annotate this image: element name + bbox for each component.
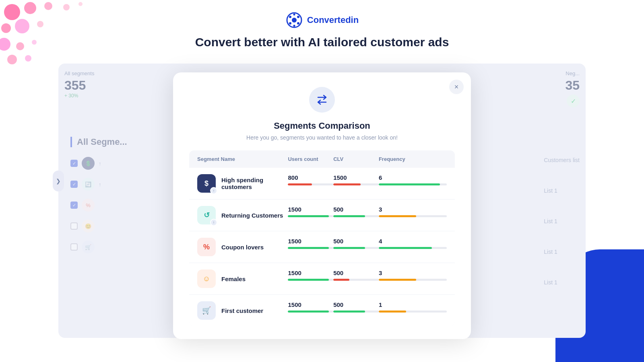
clv-value: 500 — [333, 206, 379, 213]
bg-right-lists: Customers list List 1 List 1 List 1 List… — [544, 157, 580, 286]
users-count-value: 800 — [288, 174, 333, 181]
users-count-cell: 1500 — [288, 301, 333, 313]
users-count-cell: 1500 — [288, 206, 333, 217]
modal-subtitle: Here you go, segments you wanted to have… — [189, 134, 455, 141]
bg-sidebar-item-3: ✓ % — [70, 199, 101, 212]
clv-progress-track — [333, 247, 379, 249]
bg-checkbox-3: ✓ — [70, 202, 78, 209]
svg-point-16 — [297, 16, 299, 18]
frequency-progress-track — [379, 215, 447, 217]
users-progress-fill — [288, 311, 328, 313]
svg-point-20 — [293, 25, 295, 27]
users-count-value: 1500 — [288, 269, 333, 276]
bg-customers-list: Customers list — [544, 157, 580, 163]
bg-icon-1: 💲 — [82, 157, 95, 170]
logo-area: Convertedin — [285, 11, 359, 29]
clv-progress-fill — [333, 311, 365, 313]
frequency-cell: 4 — [379, 238, 447, 249]
frequency-cell: 3 — [379, 206, 447, 217]
users-count-value: 1500 — [288, 301, 333, 308]
frequency-value: 3 — [379, 206, 447, 213]
bg-sidebar-item-1: ✓ 💲 ↑ — [70, 157, 101, 170]
logo-icon — [285, 11, 303, 29]
segments-table: Segment Name Users count CLV Frequency $… — [189, 150, 455, 326]
bg-negative-count: 35 — [565, 78, 580, 93]
table-row: 🛒 First customer 1500 500 1 — [189, 295, 455, 326]
frequency-progress-fill — [379, 215, 416, 217]
users-progress-track — [288, 215, 333, 217]
frequency-progress-fill — [379, 183, 440, 185]
frequency-cell: 6 — [379, 174, 447, 185]
users-progress-fill — [288, 183, 312, 185]
bg-checkbox-2: ✓ — [70, 181, 78, 188]
users-progress-fill — [288, 279, 328, 281]
bg-sidebar-item-4: 😊 — [70, 220, 101, 232]
clv-progress-track — [333, 279, 379, 281]
users-count-cell: 1500 — [288, 238, 333, 249]
col-header-frequency: Frequency — [379, 156, 447, 162]
collapse-sidebar-arrow[interactable]: ❯ — [53, 171, 64, 191]
bg-content-right: Neg... 35 ✓ — [565, 70, 580, 107]
bg-list-4: List 1 — [544, 279, 580, 286]
clv-progress-fill — [333, 279, 349, 281]
table-body: $ ↑ High spending customers 800 1500 6 — [189, 168, 455, 326]
frequency-value: 4 — [379, 238, 447, 245]
frequency-progress-track — [379, 311, 447, 313]
clv-progress-fill — [333, 247, 365, 249]
frequency-value: 1 — [379, 301, 447, 308]
clv-progress-track — [333, 311, 379, 313]
bg-all-segments-label: All segments — [64, 70, 94, 76]
modal-icon — [309, 87, 335, 113]
clv-cell: 1500 — [333, 174, 379, 185]
clv-value: 500 — [333, 301, 379, 308]
segment-name-text: Returning Customers — [221, 212, 283, 219]
bg-negative-label: Neg... — [565, 70, 580, 76]
segment-name-cell: ↺ ↑ Returning Customers — [197, 206, 288, 224]
clv-progress-fill — [333, 183, 361, 185]
bg-content-left: All segments 355 + 30% — [64, 70, 94, 99]
users-progress-track — [288, 279, 333, 281]
users-progress-track — [288, 311, 333, 313]
bg-checkmark-icon: ✓ — [567, 95, 580, 107]
clv-cell: 500 — [333, 206, 379, 217]
segment-name-cell: 🛒 First customer — [197, 301, 288, 320]
table-row: ☺ Females 1500 500 3 — [189, 263, 455, 295]
modal-close-button[interactable]: × — [449, 80, 464, 94]
segment-name-text: Females — [221, 276, 246, 282]
bg-list-2: List 1 — [544, 218, 580, 224]
frequency-progress-fill — [379, 311, 406, 313]
segment-icon: $ ↑ — [197, 174, 216, 193]
frequency-progress-track — [379, 183, 447, 185]
users-count-value: 1500 — [288, 238, 333, 245]
bg-sidebar-item-2: ✓ 🔄 ↑ — [70, 178, 101, 191]
frequency-value: 6 — [379, 174, 447, 181]
bg-checkbox-5 — [70, 243, 78, 251]
svg-point-19 — [293, 14, 295, 16]
users-progress-track — [288, 183, 333, 185]
svg-point-14 — [292, 18, 297, 23]
users-progress-fill — [288, 247, 328, 249]
bg-sidebar-item-5: 🛒 — [70, 241, 101, 253]
frequency-cell: 1 — [379, 301, 447, 313]
users-count-value: 1500 — [288, 206, 333, 213]
modal-title: Segments Comparison — [189, 121, 455, 131]
table-row: ↺ ↑ Returning Customers 1500 500 3 — [189, 200, 455, 231]
page-headline: Convert better with AI tailored customer… — [195, 35, 449, 49]
segment-name-text: High spending customers — [221, 177, 288, 190]
bg-list-3: List 1 — [544, 249, 580, 255]
clv-progress-fill — [333, 215, 365, 217]
clv-cell: 500 — [333, 269, 379, 281]
bg-checkbox-4 — [70, 222, 78, 230]
bg-sidebar: ✓ 💲 ↑ ✓ 🔄 ↑ ✓ % 😊 🛒 — [70, 157, 101, 253]
frequency-value: 3 — [379, 269, 447, 276]
bg-icon-3: % — [82, 199, 95, 212]
svg-point-15 — [289, 16, 291, 18]
clv-progress-track — [333, 215, 379, 217]
users-progress-fill — [288, 215, 328, 217]
frequency-progress-track — [379, 279, 447, 281]
svg-point-18 — [297, 22, 299, 25]
frequency-cell: 3 — [379, 269, 447, 281]
segment-icon: ↺ ↑ — [197, 206, 216, 224]
segment-name-cell: $ ↑ High spending customers — [197, 174, 288, 193]
table-row: % Coupon lovers 1500 500 4 — [189, 231, 455, 263]
